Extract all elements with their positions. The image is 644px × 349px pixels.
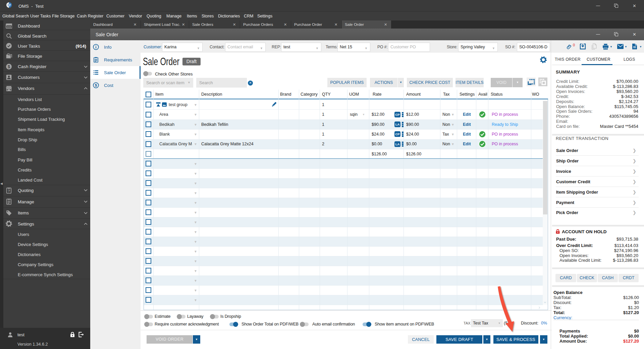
svg-text:$: $ xyxy=(95,83,97,87)
svg-text:?: ? xyxy=(8,189,10,193)
svg-text:$: $ xyxy=(8,64,10,69)
